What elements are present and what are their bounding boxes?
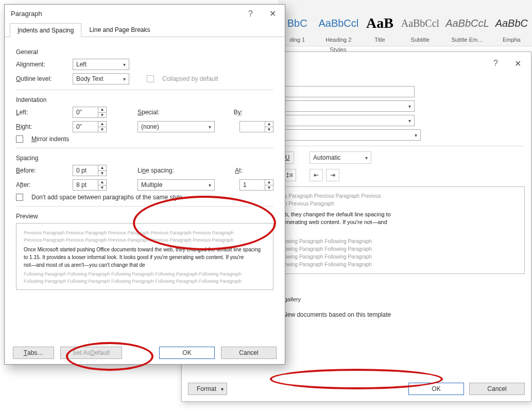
chevron-down-icon: ▾ — [408, 104, 411, 109]
style-emphasis[interactable]: AaBbC Empha — [495, 3, 528, 43]
mirror-indents-label: Mirror indents — [31, 135, 69, 143]
tab-strip: Indents and Spacing Line and Page Breaks — [5, 23, 285, 37]
spin-up-icon[interactable]: ▲ — [98, 107, 106, 113]
dont-add-space-checkbox[interactable] — [16, 194, 23, 201]
line-spacing-label: Line spacing: — [138, 167, 194, 174]
dont-add-space-label: Don't add space between paragraphs of th… — [31, 194, 182, 201]
chevron-down-icon: ▾ — [123, 62, 126, 67]
indent-right-label: Right: — [16, 123, 67, 130]
ok-button[interactable]: OK — [159, 347, 215, 359]
at-spinner[interactable]: 1 ▲▼ — [239, 179, 273, 191]
spacing-before-label: Before: — [16, 167, 67, 174]
outline-level-label: Outline level: — [16, 75, 67, 82]
chevron-down-icon: ▾ — [408, 118, 411, 124]
at-label: At: — [235, 167, 243, 174]
special-indent-select[interactable]: (none)▾ — [138, 121, 215, 132]
alignment-select[interactable]: Left▾ — [73, 59, 129, 70]
paragraph-dialog: Paragraph ? ✕ Indents and Spacing Line a… — [4, 4, 285, 365]
chevron-down-icon: ▾ — [415, 132, 417, 138]
chevron-down-icon: ▾ — [209, 182, 211, 188]
alignment-label: Alignment: — [16, 61, 67, 68]
chevron-down-icon: ▾ — [123, 76, 126, 82]
close-button[interactable]: ✕ — [265, 9, 280, 19]
spin-down-icon[interactable]: ▼ — [98, 113, 106, 118]
outline-level-select[interactable]: Body Text▾ — [73, 73, 129, 84]
paragraph-preview: Previous Paragraph Previous Paragraph Pr… — [16, 223, 273, 290]
tabs-button[interactable]: Tabs… — [13, 347, 54, 359]
style-heading2[interactable]: AaBbCcl Heading 2 — [318, 3, 358, 43]
format-menu-button[interactable]: Format — [188, 383, 227, 395]
indent-left-spinner[interactable]: 0" ▲▼ — [73, 107, 107, 118]
style-subtle-emphasis[interactable]: AaBbCcL Subtle Em… — [445, 3, 489, 43]
indent-decrease-button[interactable]: ⇤ — [310, 169, 323, 181]
chevron-down-icon: ▾ — [209, 124, 211, 130]
tab-indents-spacing[interactable]: Indents and Spacing — [10, 23, 81, 37]
cancel-button[interactable]: Cancel — [469, 383, 525, 395]
style-subtitle[interactable]: AaBbCcl Subtitle — [401, 3, 439, 43]
spacing-after-label: After: — [16, 181, 67, 189]
indentation-group-label: Indentation — [16, 96, 273, 104]
indent-right-spinner[interactable]: 0" ▲▼ — [73, 121, 107, 132]
tab-line-page-breaks[interactable]: Line and Page Breaks — [81, 23, 158, 37]
line-spacing-select[interactable]: Multiple▾ — [138, 179, 215, 191]
set-as-default-button[interactable]: Set As Default — [60, 347, 122, 359]
by-label: By: — [234, 109, 243, 116]
style-heading1[interactable]: BbC ding 1 — [282, 3, 312, 43]
spacing-after-spinner[interactable]: 8 pt ▲▼ — [73, 179, 107, 191]
help-icon[interactable]: ? — [248, 9, 253, 19]
mirror-indents-checkbox[interactable] — [16, 135, 23, 143]
ribbon-styles: BbC ding 1 AaBbCcl Heading 2 AaB Title A… — [278, 0, 532, 46]
indent-left-label: Left: — [16, 109, 67, 116]
collapsed-label: Collapsed by default — [162, 75, 218, 82]
close-button[interactable]: ✕ — [510, 59, 525, 68]
font-color-select[interactable]: Automatic▾ — [310, 151, 371, 164]
by-spinner[interactable]: ▲▼ — [239, 121, 273, 132]
preview-group-label: Preview — [16, 213, 273, 220]
special-label: Special: — [138, 109, 184, 116]
ok-button[interactable]: OK — [408, 383, 464, 395]
radio-new-documents-template[interactable]: New documents based on this template — [270, 311, 391, 319]
collapsed-checkbox — [147, 75, 154, 82]
cancel-button[interactable]: Cancel — [221, 347, 277, 359]
general-group-label: General — [16, 48, 273, 56]
help-icon[interactable]: ? — [493, 59, 498, 68]
indent-increase-button[interactable]: ⇥ — [326, 169, 339, 181]
spacing-before-spinner[interactable]: 0 pt ▲▼ — [73, 165, 107, 176]
spacing-group-label: Spacing — [16, 155, 273, 162]
dialog-title: Paragraph — [11, 10, 42, 18]
style-title[interactable]: AaB Title — [365, 3, 394, 43]
